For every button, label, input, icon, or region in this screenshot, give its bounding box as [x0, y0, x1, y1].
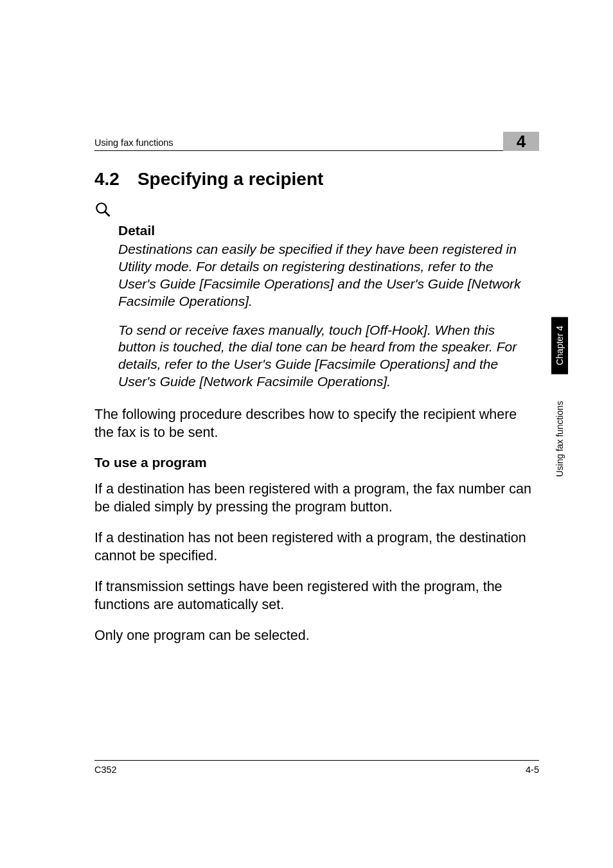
section-number: 4.2: [94, 169, 120, 190]
section-heading: 4.2Specifying a recipient: [94, 169, 539, 190]
side-tab-chapter: Chapter 4: [551, 317, 568, 374]
magnifier-icon: [94, 201, 111, 218]
subsection-heading: To use a program: [94, 455, 539, 470]
detail-paragraph-1: Destinations can easily be specified if …: [118, 241, 534, 310]
intro-paragraph: The following procedure describes how to…: [94, 406, 539, 442]
header-chapter-number: 4: [503, 132, 539, 151]
side-tab-section: Using fax functions: [551, 397, 568, 481]
detail-label: Detail: [118, 223, 534, 238]
footer-page-number: 4-5: [526, 765, 539, 775]
body-paragraph-1: If a destination has been registered wit…: [94, 481, 539, 517]
svg-line-1: [105, 211, 109, 216]
detail-block: Detail Destinations can easily be specif…: [118, 201, 534, 391]
detail-paragraph-2: To send or receive faxes manually, touch…: [118, 322, 534, 391]
header-section-label: Using fax functions: [94, 137, 173, 148]
page-header: Using fax functions 4: [94, 128, 539, 151]
section-title: Specifying a recipient: [138, 169, 323, 189]
body-paragraph-3: If transmission settings have been regis…: [94, 578, 539, 614]
page-footer: C352 4-5: [94, 760, 539, 775]
body-paragraph-4: Only one program can be selected.: [94, 627, 539, 645]
footer-model: C352: [94, 765, 117, 775]
body-paragraph-2: If a destination has not been registered…: [94, 529, 539, 565]
